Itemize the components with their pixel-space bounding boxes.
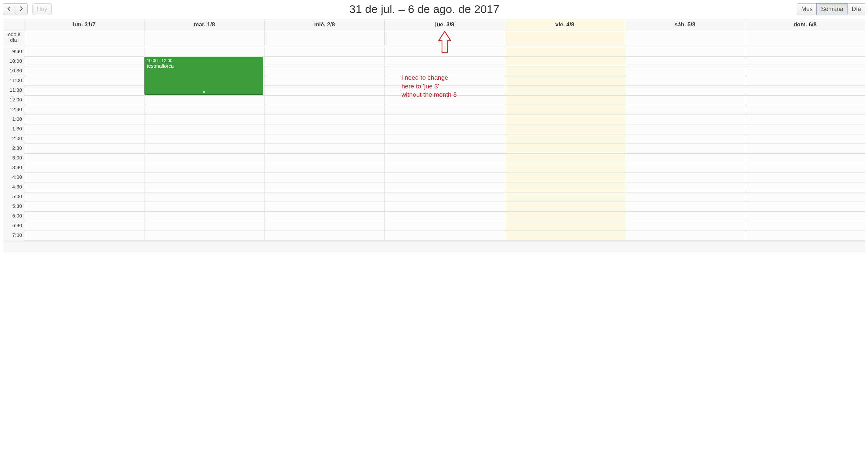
time-cell[interactable] [24, 202, 145, 212]
time-cell[interactable] [745, 76, 865, 86]
time-cell[interactable] [265, 173, 384, 182]
time-cell[interactable] [625, 202, 745, 212]
time-cell[interactable] [24, 47, 145, 57]
time-cell[interactable] [384, 105, 505, 115]
time-cell[interactable] [145, 134, 265, 144]
time-cell[interactable] [24, 66, 145, 76]
time-cell[interactable] [24, 144, 145, 153]
time-cell[interactable] [265, 47, 384, 57]
time-cell[interactable] [384, 221, 505, 231]
time-cell[interactable] [625, 221, 745, 231]
view-month-button[interactable]: Mes [797, 3, 817, 16]
time-cell[interactable] [745, 221, 865, 231]
time-cell[interactable] [625, 144, 745, 153]
time-cell[interactable] [265, 202, 384, 212]
time-cell[interactable] [265, 221, 384, 231]
time-cell[interactable] [505, 86, 625, 95]
time-cell[interactable] [145, 202, 265, 212]
time-cell[interactable] [625, 57, 745, 66]
time-cell[interactable] [145, 105, 265, 115]
time-cell[interactable] [384, 134, 505, 144]
time-cell[interactable] [745, 231, 865, 241]
time-cell[interactable] [745, 182, 865, 192]
time-cell[interactable] [505, 105, 625, 115]
calendar-event[interactable]: 10:00 - 12:00testmallorca= [145, 57, 263, 95]
time-cell[interactable] [505, 57, 625, 66]
time-cell[interactable] [745, 95, 865, 105]
time-cell[interactable] [745, 115, 865, 124]
time-cell[interactable] [505, 124, 625, 134]
time-cell[interactable] [24, 221, 145, 231]
allday-cell[interactable] [24, 30, 145, 46]
time-cell[interactable] [745, 173, 865, 182]
allday-cell[interactable] [265, 30, 384, 46]
allday-cell[interactable] [625, 30, 745, 46]
time-cell[interactable] [625, 95, 745, 105]
time-cell[interactable] [384, 57, 505, 66]
time-cell[interactable] [625, 105, 745, 115]
time-cell[interactable] [384, 95, 505, 105]
time-cell[interactable] [24, 57, 145, 66]
time-cell[interactable] [384, 163, 505, 173]
time-cell[interactable] [24, 115, 145, 124]
time-cell[interactable] [265, 86, 384, 95]
time-cell[interactable] [625, 47, 745, 57]
time-cell[interactable] [505, 153, 625, 163]
time-cell[interactable] [384, 153, 505, 163]
time-cell[interactable] [505, 173, 625, 182]
prev-button[interactable] [3, 3, 16, 16]
time-cell[interactable] [625, 66, 745, 76]
time-cell[interactable] [145, 182, 265, 192]
time-cell[interactable] [505, 182, 625, 192]
time-cell[interactable] [265, 124, 384, 134]
time-cell[interactable] [24, 182, 145, 192]
time-cell[interactable] [505, 66, 625, 76]
time-cell[interactable] [24, 173, 145, 182]
day-header[interactable]: sáb. 5/8 [625, 19, 745, 30]
time-cell[interactable] [24, 212, 145, 221]
allday-cell[interactable] [745, 30, 865, 46]
time-cell[interactable] [265, 192, 384, 202]
time-cell[interactable] [265, 105, 384, 115]
time-cell[interactable] [145, 124, 265, 134]
time-cell[interactable] [505, 231, 625, 241]
view-week-button[interactable]: Semana [817, 3, 848, 16]
time-cell[interactable] [24, 76, 145, 86]
time-cell[interactable] [145, 47, 265, 57]
time-cell[interactable] [24, 163, 145, 173]
time-cell[interactable] [145, 95, 265, 105]
time-cell[interactable] [145, 221, 265, 231]
time-cell[interactable] [384, 202, 505, 212]
time-cell[interactable] [265, 76, 384, 86]
time-cell[interactable] [24, 134, 145, 144]
next-button[interactable] [15, 3, 28, 16]
day-header[interactable]: vie. 4/8 [505, 19, 625, 30]
time-cell[interactable] [384, 47, 505, 57]
time-cell[interactable] [625, 134, 745, 144]
time-cell[interactable] [745, 57, 865, 66]
time-cell[interactable] [505, 144, 625, 153]
time-cell[interactable] [24, 231, 145, 241]
time-cell[interactable] [505, 212, 625, 221]
time-cell[interactable] [384, 173, 505, 182]
time-cell[interactable] [505, 192, 625, 202]
time-cell[interactable] [265, 153, 384, 163]
time-cell[interactable] [145, 115, 265, 124]
time-cell[interactable] [745, 192, 865, 202]
time-cell[interactable] [265, 66, 384, 76]
time-cell[interactable] [745, 134, 865, 144]
time-cell[interactable] [505, 76, 625, 86]
time-cell[interactable] [384, 212, 505, 221]
day-header[interactable]: jue. 3/8 [384, 19, 505, 30]
time-cell[interactable] [265, 95, 384, 105]
time-cell[interactable] [505, 221, 625, 231]
time-cell[interactable] [745, 212, 865, 221]
time-cell[interactable] [625, 115, 745, 124]
allday-cell[interactable] [384, 30, 505, 46]
time-cell[interactable] [625, 124, 745, 134]
time-cell[interactable] [505, 115, 625, 124]
time-cell[interactable] [265, 57, 384, 66]
time-cell[interactable] [625, 153, 745, 163]
time-cell[interactable] [145, 144, 265, 153]
day-header[interactable]: mié. 2/8 [265, 19, 384, 30]
